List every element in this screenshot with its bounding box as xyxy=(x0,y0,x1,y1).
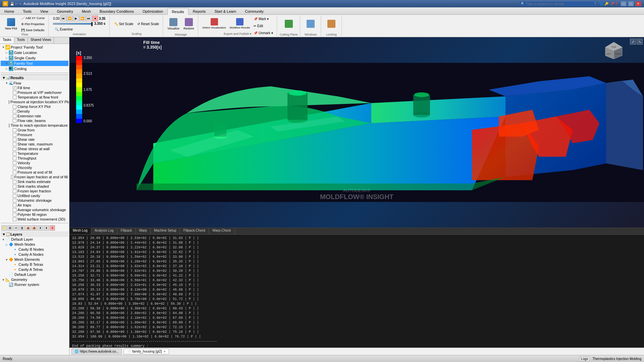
anim-play-button[interactable]: ▶ xyxy=(73,15,79,21)
log-content[interactable]: 12.954 | 26.69 | 0.000e+00 | 2.53e+02 | … xyxy=(69,235,644,348)
layer-btn-6[interactable]: 📥 xyxy=(32,225,37,231)
shear-rate-max-checkbox[interactable] xyxy=(13,142,16,146)
clamp-force-checkbox[interactable] xyxy=(13,105,16,109)
tree-sink-marks-shaded[interactable]: Sink marks shaded xyxy=(1,184,68,189)
defect-viz-button[interactable]: Defect Visualization xyxy=(201,15,228,32)
ribbon-tab-start-&-learn[interactable]: Start & Learn xyxy=(210,8,240,14)
tree-runner-system[interactable]: 🔄 Runner system xyxy=(1,282,68,287)
tree-pressure[interactable]: Pressure xyxy=(1,132,68,137)
mark-button[interactable]: 📌 Mark ▾ xyxy=(252,15,275,22)
tree-volumetric-shrinkage[interactable]: Volumetric shrinkage xyxy=(1,198,68,203)
layer-btn-3[interactable]: ✏ xyxy=(13,225,19,231)
vp-restore-button[interactable]: ⤡ xyxy=(637,39,643,45)
flow-rate-beams-checkbox[interactable] xyxy=(13,119,16,123)
anim-start-button[interactable]: ⏮ xyxy=(60,15,66,21)
grow-from-checkbox[interactable] xyxy=(13,128,16,132)
locking-button[interactable] xyxy=(325,15,337,33)
tree-velocity[interactable]: Velocity xyxy=(1,161,68,165)
add-xy-curve-button[interactable]: 📈 Add XY Curve xyxy=(19,15,46,21)
minimize-button[interactable]: — xyxy=(621,1,627,6)
tree-geometry[interactable]: ▼ 📐 Geometry xyxy=(1,277,68,282)
examine-button[interactable]: 🔍 Examine xyxy=(53,26,74,33)
velocity-checkbox[interactable] xyxy=(13,161,16,165)
ribbon-tab-community[interactable]: Community xyxy=(240,8,268,14)
tree-pressure-vp[interactable]: Pressure at V/P switchover xyxy=(1,90,68,95)
tree-cooling[interactable]: ▷ ❄ Cooling xyxy=(1,66,68,71)
log-tab-analysis[interactable]: Analysis Log xyxy=(91,228,117,234)
pressure-checkbox[interactable] xyxy=(13,133,16,137)
browser-tab-family-housing[interactable]: 📄 family_housing [gl2] ✕ xyxy=(124,349,169,354)
shear-stress-checkbox[interactable] xyxy=(13,147,16,151)
tree-time-ejection[interactable]: Time to reach ejection temperature xyxy=(1,123,68,128)
tree-temperature[interactable]: Temperature xyxy=(1,151,68,156)
ribbon-tab-tools[interactable]: Tools xyxy=(18,8,36,14)
tree-frozen-layer[interactable]: Frozen layer fraction at end of fill xyxy=(1,175,68,179)
log-tab-fillpack-check[interactable]: Fillpack-Check xyxy=(180,228,209,234)
tree-weld-surface[interactable]: Weld surface movement (3D) xyxy=(1,217,68,222)
tree-polymer-fill[interactable]: Polymer fill region xyxy=(1,212,68,217)
tree-family-tool[interactable]: ▼ 🔬 Family Tool xyxy=(1,61,68,66)
logs-button[interactable]: Logs xyxy=(579,356,590,361)
tree-unfilled-cavity[interactable]: Unfilled cavity xyxy=(1,193,68,198)
cutting-plane-button[interactable] xyxy=(283,15,295,33)
tree-flow-rate-beams[interactable]: Flow rate, beams xyxy=(1,118,68,123)
tree-pressure-end-fill[interactable]: Pressure at end of fill xyxy=(1,170,68,175)
plot-properties-button[interactable]: ⚙ Plot Properties xyxy=(19,21,46,27)
ribbon-tab-optimization[interactable]: Optimization xyxy=(138,8,167,14)
layers-header[interactable]: ▼ 📋 Layers xyxy=(1,231,68,237)
temp-flow-front-checkbox[interactable] xyxy=(13,96,16,99)
weld-surface-checkbox[interactable] xyxy=(13,218,16,221)
frozen-layer-fraction-checkbox[interactable] xyxy=(13,189,16,193)
tree-air-traps[interactable]: Air traps xyxy=(1,203,68,207)
tree-extension-rate[interactable]: Extension rate xyxy=(1,114,68,118)
tree-flow[interactable]: ▼ 🌊 Flow xyxy=(1,80,68,85)
cube-nav[interactable]: TOP LEFT FRONT xyxy=(604,41,624,61)
anim-end-button[interactable]: ⏭ xyxy=(86,15,92,21)
tree-default-layer[interactable]: ▼ 📄 Default Layer xyxy=(1,237,68,242)
maximize-button[interactable]: □ xyxy=(628,1,634,6)
tree-throughput[interactable]: Throughput xyxy=(1,156,68,161)
close-button[interactable]: ✕ xyxy=(635,1,641,6)
ribbon-tab-results[interactable]: Results xyxy=(167,8,189,15)
unmark-button[interactable]: 📌 Unmark ▾ xyxy=(252,29,275,36)
tree-default-layer-2[interactable]: 📄 Default Layer xyxy=(1,272,68,277)
tree-gate-location[interactable]: ▷ 🔬 Gate Location xyxy=(1,50,68,55)
avg-vol-shrinkage-checkbox[interactable] xyxy=(13,208,16,212)
edit-button[interactable]: ✏ Edit xyxy=(252,22,275,29)
throughput-checkbox[interactable] xyxy=(13,157,16,160)
quick-access[interactable]: 💾 ↩ ↪ xyxy=(10,2,21,6)
ribbon-tab-geometry[interactable]: Geometry xyxy=(53,8,77,14)
layer-btn-5[interactable]: 📤 xyxy=(25,225,31,231)
temperature-checkbox[interactable] xyxy=(13,152,16,156)
set-scale-button[interactable]: 📏 Set Scale xyxy=(112,20,135,28)
restore-button[interactable]: Restore xyxy=(182,15,196,33)
sink-marks-shaded-checkbox[interactable] xyxy=(13,185,16,188)
pressure-vp-checkbox[interactable] xyxy=(13,91,16,95)
moldflow-results-button[interactable]: Moldflow Results xyxy=(228,15,252,32)
reset-scale-button[interactable]: ↺ Reset Scale xyxy=(136,20,161,28)
layer-btn-1[interactable]: 📁 xyxy=(1,225,7,231)
search-input[interactable] xyxy=(526,2,593,6)
sink-marks-estimate-checkbox[interactable] xyxy=(13,180,16,184)
log-tab-machine-setup[interactable]: Machine Setup xyxy=(151,228,180,234)
time-ejection-checkbox[interactable] xyxy=(9,124,9,127)
log-tab-warp[interactable]: Warp xyxy=(136,228,151,234)
layer-btn-9[interactable]: ✕ xyxy=(50,225,55,231)
tree-fill-time[interactable]: Fill time xyxy=(1,85,68,90)
layer-btn-2[interactable]: ➕ xyxy=(7,225,13,231)
tree-grow-from[interactable]: Grow from xyxy=(1,128,68,132)
viewport-canvas[interactable]: Fill time = 3.350[s] [s] xyxy=(69,37,644,228)
windows-button[interactable] xyxy=(305,15,317,33)
density-checkbox[interactable] xyxy=(13,110,16,113)
ribbon-tab-reports[interactable]: Reports xyxy=(189,8,210,14)
help-btn[interactable]: ❓ xyxy=(615,2,619,5)
tree-mesh-elements[interactable]: ▼ 🔶 Mesh Elements xyxy=(1,257,68,262)
browser-close-icon[interactable]: ✕ xyxy=(163,350,166,353)
tree-mesh-nodes[interactable]: ▷ 🔷 Mesh Nodes xyxy=(1,242,68,247)
pressure-end-fill-checkbox[interactable] xyxy=(13,171,16,174)
pin-icon[interactable]: 📌 xyxy=(610,2,614,5)
tree-shear-rate-max[interactable]: Shear rate, maximum xyxy=(1,142,68,146)
tree-clamp-force[interactable]: Clamp force:XY Plot xyxy=(1,104,68,109)
layer-btn-8[interactable]: ⬇ xyxy=(44,225,49,231)
results-header[interactable]: ▼ 📊 Results xyxy=(1,75,68,80)
